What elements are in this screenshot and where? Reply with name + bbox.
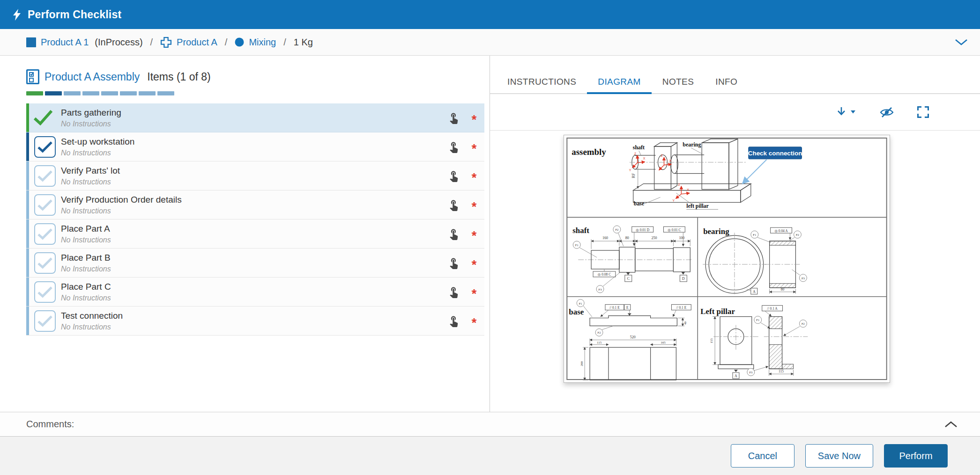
svg-text:RF: RF	[631, 173, 636, 178]
checklist-title-link[interactable]: Product A Assembly	[45, 71, 140, 83]
checklist-item[interactable]: Parts gathering No Instructions *	[26, 103, 484, 132]
svg-text:40: 40	[683, 321, 687, 324]
svg-text:shaft: shaft	[633, 144, 645, 151]
checklist-item[interactable]: Place Part A No Instructions *	[26, 219, 484, 248]
check-icon	[33, 110, 53, 127]
eye-off-icon[interactable]	[880, 106, 894, 118]
touch-perform-icon[interactable]	[447, 314, 460, 327]
cancel-button[interactable]: Cancel	[731, 444, 794, 468]
svg-text:// 0.1 E: // 0.1 E	[676, 306, 686, 310]
item-checkbox[interactable]	[34, 310, 56, 332]
chevron-up-icon[interactable]	[944, 421, 958, 428]
touch-perform-icon[interactable]	[447, 111, 460, 124]
svg-text:E: E	[626, 306, 629, 310]
touch-perform-icon[interactable]	[447, 285, 460, 298]
top-header: Perform Checklist	[0, 0, 980, 29]
item-text: Set-up workstation No Instructions	[61, 137, 447, 157]
item-subtitle: No Instructions	[61, 294, 447, 302]
svg-text:Left pillar: Left pillar	[700, 307, 735, 316]
comments-label: Comments:	[26, 419, 74, 430]
item-checkbox[interactable]	[34, 252, 56, 274]
breadcrumb-material-link[interactable]: Product A	[160, 37, 217, 48]
checklist-item[interactable]: Place Part B No Instructions *	[26, 248, 484, 278]
checklist-item[interactable]: Verify Parts' lot No Instructions *	[26, 161, 484, 190]
item-title: Place Part A	[61, 224, 447, 234]
item-checkbox[interactable]	[34, 136, 56, 158]
item-title: Verify Parts' lot	[61, 166, 447, 176]
download-icon[interactable]	[837, 106, 857, 118]
svg-text:D: D	[682, 277, 685, 281]
item-checkbox[interactable]	[34, 223, 56, 245]
item-text: Place Part C No Instructions	[61, 282, 447, 302]
checklist-item[interactable]: Test connection No Instructions *	[26, 307, 484, 336]
perform-checklist-window: Perform Checklist Product A 1 (InProcess…	[0, 0, 980, 475]
svg-text:X: X	[669, 159, 671, 162]
item-subtitle: No Instructions	[61, 178, 447, 186]
item-checkbox[interactable]	[34, 194, 56, 216]
item-subtitle: No Instructions	[61, 323, 447, 331]
svg-text:80: 80	[781, 287, 785, 292]
breadcrumb-order-link[interactable]: Product A 1	[26, 37, 89, 48]
action-footer: Cancel Save Now Perform	[0, 437, 980, 475]
checklist-item[interactable]: Verify Production Order details No Instr…	[26, 190, 484, 219]
touch-perform-icon[interactable]	[447, 140, 460, 153]
progress-segment	[45, 91, 62, 95]
svg-text:250: 250	[652, 236, 657, 240]
tab-info[interactable]: INFO	[705, 77, 748, 93]
svg-text:◎ 0.08 C: ◎ 0.08 C	[598, 272, 611, 277]
material-icon	[160, 37, 172, 48]
operation-circle-icon	[235, 37, 244, 47]
touch-perform-icon[interactable]	[447, 227, 460, 240]
save-now-button[interactable]: Save Now	[805, 444, 873, 468]
svg-text:F3: F3	[599, 288, 602, 291]
breadcrumb-operation-link[interactable]: Mixing	[235, 37, 276, 48]
svg-text:115: 115	[597, 341, 602, 344]
fullscreen-icon[interactable]	[917, 106, 929, 118]
progress-segment	[64, 91, 81, 95]
item-text: Place Part B No Instructions	[61, 253, 447, 273]
touch-perform-icon[interactable]	[447, 198, 460, 211]
item-text: Place Part A No Instructions	[61, 224, 447, 244]
svg-text:F2: F2	[796, 233, 799, 236]
touch-perform-icon[interactable]	[447, 256, 460, 269]
item-subtitle: No Instructions	[61, 120, 447, 128]
svg-text:C: C	[627, 277, 630, 281]
item-checkbox[interactable]	[34, 165, 56, 187]
tab-diagram[interactable]: DIAGRAM	[587, 77, 651, 93]
svg-text:200: 200	[580, 361, 584, 366]
svg-text:assembly: assembly	[572, 147, 606, 157]
viewer-panel: INSTRUCTIONS DIAGRAM NOTES INFO	[490, 56, 980, 412]
progress-segment	[26, 91, 43, 95]
item-title: Place Part C	[61, 282, 447, 292]
svg-text:bearing: bearing	[683, 141, 701, 148]
svg-text:// 0.1 A: // 0.1 A	[767, 307, 778, 311]
svg-text:F3: F3	[749, 371, 752, 374]
chevron-down-icon[interactable]	[955, 39, 971, 45]
item-checkbox[interactable]	[34, 281, 56, 303]
required-asterisk: *	[470, 287, 478, 301]
required-asterisk: *	[470, 258, 478, 272]
item-text: Verify Parts' lot No Instructions	[61, 166, 447, 186]
svg-text:base: base	[634, 200, 645, 207]
checklist-item[interactable]: Set-up workstation No Instructions *	[26, 132, 484, 161]
checklist-icon	[26, 69, 39, 84]
item-title: Test connection	[61, 311, 447, 321]
svg-text:// 0.1 E: // 0.1 E	[609, 306, 620, 310]
progress-segment	[82, 91, 99, 95]
perform-button[interactable]: Perform	[884, 444, 948, 468]
tab-notes[interactable]: NOTES	[652, 77, 705, 93]
tab-instructions[interactable]: INSTRUCTIONS	[497, 77, 587, 93]
svg-text:A: A	[753, 290, 756, 294]
checklist-item[interactable]: Place Part C No Instructions *	[26, 278, 484, 307]
svg-text:F1: F1	[753, 233, 756, 236]
svg-text:bearing: bearing	[703, 227, 729, 236]
touch-perform-icon[interactable]	[447, 169, 460, 182]
item-subtitle: No Instructions	[61, 207, 447, 215]
svg-text:F1: F1	[756, 318, 759, 322]
item-subtitle: No Instructions	[61, 265, 447, 273]
item-title: Verify Production Order details	[61, 195, 447, 205]
svg-text:160: 160	[602, 236, 608, 240]
diagram-image: assembly	[564, 135, 890, 383]
svg-text:115: 115	[779, 369, 784, 373]
progress-segment	[101, 91, 118, 95]
